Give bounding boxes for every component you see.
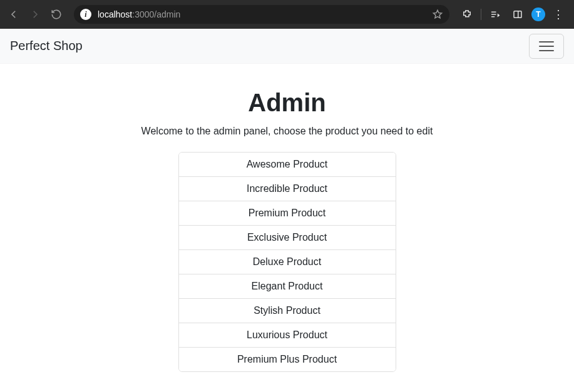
navbar-brand[interactable]: Perfect Shop [10,39,83,53]
product-list-item[interactable]: Stylish Product [179,299,396,323]
product-list-item[interactable]: Awesome Product [179,153,396,177]
url-path: :3000/admin [132,9,180,19]
bookmark-star-icon[interactable] [432,9,443,20]
app-navbar: Perfect Shop [0,29,574,64]
browser-toolbar: i localhost:3000/admin T ⋮ [0,0,574,29]
product-list-item[interactable]: Incredible Product [179,177,396,201]
url-text: localhost:3000/admin [98,9,426,19]
navbar-toggle-button[interactable] [529,34,564,59]
site-info-icon[interactable]: i [80,9,91,20]
reload-button[interactable] [48,6,65,23]
back-button[interactable] [5,6,23,23]
product-list-item[interactable]: Deluxe Product [179,250,396,274]
page-title: Admin [13,89,561,117]
main-content: Admin Welcome to the admin panel, choose… [0,64,574,384]
avatar-letter: T [536,10,540,19]
address-bar[interactable]: i localhost:3000/admin [74,5,449,24]
side-panel-icon[interactable] [509,6,526,23]
product-list-item[interactable]: Premium Plus Product [179,348,396,371]
product-list: Awesome ProductIncredible ProductPremium… [178,152,396,372]
extensions-icon[interactable] [458,6,476,23]
product-list-item[interactable]: Luxurious Product [179,323,396,348]
product-list-item[interactable]: Elegant Product [179,274,396,299]
page-subtitle: Welcome to the admin panel, choose the p… [13,126,561,137]
forward-button[interactable] [26,6,44,23]
toolbar-right: T ⋮ [458,6,569,23]
url-host: localhost [98,9,132,19]
toolbar-separator [481,9,481,20]
profile-avatar[interactable]: T [531,8,545,21]
product-list-item[interactable]: Exclusive Product [179,226,396,250]
browser-menu-icon[interactable]: ⋮ [550,9,566,20]
hamburger-icon [539,41,554,51]
product-list-item[interactable]: Premium Product [179,201,396,226]
media-control-icon[interactable] [486,6,504,23]
